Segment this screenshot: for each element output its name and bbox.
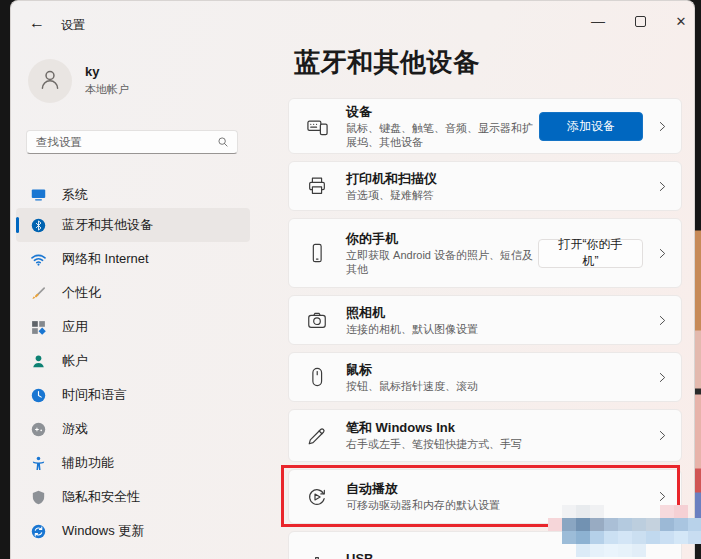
sidebar-item-label: 系统 — [62, 186, 88, 204]
chevron-right-icon — [656, 180, 669, 193]
mosaic-cell — [660, 505, 674, 518]
person-icon — [36, 65, 64, 97]
settings-row-text: 打印机和扫描仪首选项、疑难解答 — [346, 170, 538, 203]
maximize-icon — [635, 16, 646, 27]
mosaic-cell — [590, 531, 604, 544]
printer-icon — [305, 174, 329, 198]
sidebar-item-accounts[interactable]: 帐户 — [16, 344, 250, 378]
window-title: 设置 — [61, 17, 85, 34]
mosaic-cell — [632, 544, 646, 557]
devices-icon — [305, 114, 329, 138]
mosaic-cell — [646, 531, 660, 544]
mouse-icon — [305, 365, 329, 389]
chevron-right-icon — [656, 247, 669, 260]
settings-row-cameras[interactable]: 照相机连接的相机、默认图像设置 — [288, 295, 682, 345]
sidebar-nav: 系统蓝牙和其他设备网络和 Internet个性化应用帐户时间和语言游戏辅助功能隐… — [16, 181, 250, 548]
camera-icon — [305, 308, 329, 332]
settings-row-subtitle: 可移动驱动器和内存的默认设置 — [346, 498, 538, 513]
chevron-right-icon — [656, 314, 669, 327]
settings-window: ← 设置 — ✕ ky 本地帐户 系统蓝牙和其他设备网络和 Internet个性… — [10, 0, 695, 559]
accounts-icon — [29, 352, 47, 370]
settings-row-subtitle: 鼠标、键盘、触笔、音频、显示器和扩展坞、其他设备 — [346, 121, 538, 150]
mosaic-cell — [548, 531, 562, 544]
settings-row-devices[interactable]: 设备鼠标、键盘、触笔、音频、显示器和扩展坞、其他设备添加设备 — [288, 98, 682, 154]
mosaic-cell — [660, 518, 674, 531]
windows-update-icon — [29, 522, 47, 540]
apps-icon — [29, 318, 47, 336]
sidebar-item-time-language[interactable]: 时间和语言 — [16, 378, 250, 412]
devices-action-button[interactable]: 添加设备 — [539, 112, 643, 141]
page-title: 蓝牙和其他设备 — [294, 45, 480, 80]
mosaic-cell — [646, 505, 660, 518]
your-phone-action-button[interactable]: 打开“你的手机” — [538, 239, 643, 268]
sidebar-item-label: 游戏 — [62, 420, 88, 438]
user-avatar[interactable] — [28, 59, 72, 103]
accessibility-icon — [29, 454, 47, 472]
chevron-right-icon — [656, 490, 669, 503]
sidebar-item-system[interactable]: 系统 — [16, 181, 250, 208]
back-button[interactable]: ← — [29, 14, 45, 32]
search-input[interactable] — [27, 136, 216, 148]
settings-row-title: 鼠标 — [346, 361, 538, 378]
mosaic-cell — [618, 505, 632, 518]
sidebar-item-label: 隐私和安全性 — [62, 488, 140, 506]
profile-name: ky — [85, 64, 99, 79]
sidebar-item-label: Windows 更新 — [62, 522, 144, 540]
mosaic-cell — [590, 518, 604, 531]
mosaic-cell — [604, 518, 618, 531]
mosaic-cell — [576, 505, 590, 518]
settings-row-subtitle: 按钮、鼠标指针速度、滚动 — [346, 379, 538, 394]
mosaic-cell — [562, 505, 576, 518]
chevron-right-icon — [656, 429, 669, 442]
mosaic-cell — [632, 531, 646, 544]
sidebar-item-windows-update[interactable]: Windows 更新 — [16, 514, 250, 548]
sidebar-item-label: 网络和 Internet — [62, 250, 149, 268]
mosaic-row — [548, 518, 701, 531]
mosaic-cell — [646, 544, 660, 557]
sidebar-item-apps[interactable]: 应用 — [16, 310, 250, 344]
phone-icon — [305, 241, 329, 265]
mosaic-cell — [660, 544, 674, 557]
settings-row-title: 笔和 Windows Ink — [346, 419, 538, 436]
mosaic-cell — [674, 531, 688, 544]
search-icon — [216, 135, 230, 149]
sidebar-item-bluetooth[interactable]: 蓝牙和其他设备 — [16, 208, 250, 242]
mosaic-cell — [618, 518, 632, 531]
mosaic-cell — [660, 531, 674, 544]
sidebar-item-label: 时间和语言 — [62, 386, 127, 404]
mosaic-cell — [562, 531, 576, 544]
privacy-icon — [29, 488, 47, 506]
pen-icon — [305, 424, 329, 448]
settings-row-mouse[interactable]: 鼠标按钮、鼠标指针速度、滚动 — [288, 352, 682, 402]
sidebar-item-label: 帐户 — [62, 352, 88, 370]
settings-row-title: 自动播放 — [346, 480, 538, 497]
settings-row-text: 照相机连接的相机、默认图像设置 — [346, 304, 538, 337]
maximize-button[interactable] — [625, 9, 655, 33]
sidebar-item-privacy[interactable]: 隐私和安全性 — [16, 480, 250, 514]
close-button[interactable]: ✕ — [666, 9, 695, 33]
minimize-button[interactable]: — — [583, 9, 613, 33]
settings-row-your-phone[interactable]: 你的手机立即获取 Android 设备的照片、短信及其他打开“你的手机” — [288, 218, 682, 288]
mosaic-cell — [632, 505, 646, 518]
sidebar-item-network[interactable]: 网络和 Internet — [16, 242, 250, 276]
sidebar-item-gaming[interactable]: 游戏 — [16, 412, 250, 446]
mosaic-cell — [576, 531, 590, 544]
time-language-icon — [29, 386, 47, 404]
mosaic-cell — [604, 531, 618, 544]
gaming-icon — [29, 420, 47, 438]
settings-row-text: USB — [346, 550, 538, 559]
sidebar-item-label: 应用 — [62, 318, 88, 336]
settings-row-title: 你的手机 — [346, 230, 538, 247]
settings-row-printers[interactable]: 打印机和扫描仪首选项、疑难解答 — [288, 161, 682, 211]
settings-row-pen-ink[interactable]: 笔和 Windows Ink右手或左手、笔按钮快捷方式、手写 — [288, 409, 682, 462]
sidebar-item-accessibility[interactable]: 辅助功能 — [16, 446, 250, 480]
sidebar-item-personalization[interactable]: 个性化 — [16, 276, 250, 310]
mosaic-cell — [688, 518, 701, 531]
chevron-right-icon — [656, 371, 669, 384]
search-box[interactable] — [26, 130, 238, 154]
profile-account-type: 本地帐户 — [85, 82, 129, 97]
mosaic-cell — [576, 544, 590, 557]
mosaic-row — [548, 531, 701, 544]
bluetooth-icon — [29, 216, 47, 234]
settings-row-title: 设备 — [346, 103, 538, 120]
